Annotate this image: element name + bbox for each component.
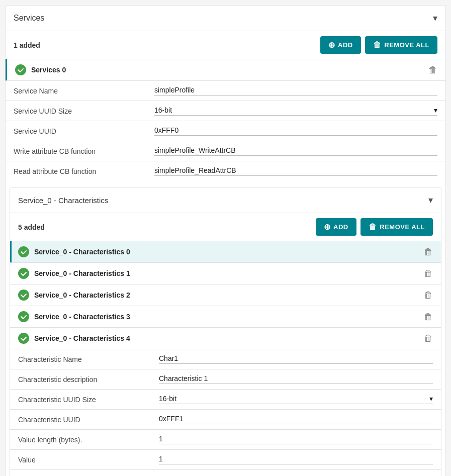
field-label-char-uuid-size: Characteristic UUID Size	[18, 396, 159, 404]
char-item-0-check-icon	[18, 246, 29, 257]
field-row-service-uuid-size: Service UUID Size 16-bit ▾	[6, 101, 445, 121]
characteristics-btn-group: ⊕ ADD 🗑 REMOVE ALL	[316, 218, 433, 236]
char-item-1-label: Service_0 - Characteristics 1	[34, 269, 424, 277]
field-value-char-desc[interactable]: Characteristic 1	[159, 374, 433, 384]
field-row-write-attr-cb: Write attribute CB function simpleProfil…	[6, 141, 445, 161]
field-label-char-uuid: Characteristic UUID	[18, 416, 159, 424]
char-item-3-delete-icon[interactable]: 🗑	[424, 312, 433, 322]
characteristics-added-count: 5 added	[18, 223, 45, 231]
trash-icon-services: 🗑	[373, 41, 382, 50]
field-label-value-length: Value length (bytes).	[18, 436, 159, 444]
field-label-char-desc: Characteristic description	[18, 375, 159, 384]
field-value-read-attr-cb[interactable]: simpleProfile_ReadAttrCB	[154, 166, 437, 176]
field-row-service-uuid: Service UUID 0xFFF0	[6, 121, 445, 141]
field-value-service-uuid-size[interactable]: 16-bit ▾	[154, 106, 437, 116]
characteristics-chevron-icon: ▾	[428, 195, 433, 206]
field-row-properties: Properties (shown in declaration) GATT_P…	[10, 469, 441, 476]
char-item-0[interactable]: Service_0 - Characteristics 0 🗑	[10, 241, 441, 262]
field-label-char-name: Characteristic Name	[18, 355, 159, 363]
service-uuid-size-dropdown-icon: ▾	[434, 106, 437, 114]
char-item-1-check-icon	[18, 268, 29, 279]
char-uuid-size-dropdown-icon: ▾	[429, 395, 433, 403]
char-item-4-label: Service_0 - Characteristics 4	[34, 334, 424, 342]
characteristics-subsection: Service_0 - Characteristics ▾ 5 added ⊕ …	[10, 187, 441, 476]
add-circle-icon: ⊕	[328, 40, 335, 50]
char-item-3-label: Service_0 - Characteristics 3	[34, 313, 424, 321]
field-value-char-name[interactable]: Char1	[159, 354, 433, 364]
char-item-2-label: Service_0 - Characteristics 2	[34, 291, 424, 299]
services-chevron-icon: ▾	[433, 13, 437, 24]
field-row-value: Value 1	[10, 449, 441, 469]
services-item-0-delete-icon[interactable]: 🗑	[428, 65, 437, 75]
char-item-4-check-icon	[18, 333, 29, 344]
field-value-service-uuid[interactable]: 0xFFF0	[154, 126, 437, 136]
char-item-2-delete-icon[interactable]: 🗑	[424, 290, 433, 301]
services-item-check-icon	[15, 64, 26, 75]
field-row-service-name: Service Name simpleProfile	[6, 80, 445, 101]
char-item-0-delete-icon[interactable]: 🗑	[424, 247, 433, 257]
characteristics-add-label: ADD	[333, 223, 348, 231]
field-label-service-uuid: Service UUID	[14, 127, 154, 135]
char-uuid-size-value: 16-bit	[159, 395, 176, 403]
services-section-header[interactable]: Services ▾	[6, 6, 445, 31]
field-row-char-uuid-size: Characteristic UUID Size 16-bit ▾	[10, 389, 441, 409]
field-label-value: Value	[18, 456, 159, 464]
services-remove-all-button[interactable]: 🗑 REMOVE ALL	[365, 36, 437, 54]
services-fields: Service Name simpleProfile Service UUID …	[6, 80, 445, 181]
char-item-3-check-icon	[18, 311, 29, 322]
field-value-value-length[interactable]: 1	[159, 435, 433, 444]
field-value-char-uuid[interactable]: 0xFFF1	[159, 415, 433, 424]
services-item-0[interactable]: Services 0 🗑	[6, 59, 445, 80]
field-row-value-length: Value length (bytes). 1	[10, 429, 441, 449]
service-uuid-size-value: 16-bit	[154, 106, 172, 114]
field-value-write-attr-cb[interactable]: simpleProfile_WriteAttrCB	[154, 146, 437, 156]
characteristics-title: Service_0 - Characteristics	[18, 196, 108, 205]
char-item-1-delete-icon[interactable]: 🗑	[424, 268, 433, 279]
field-row-read-attr-cb: Read attribute CB function simpleProfile…	[6, 161, 445, 181]
characteristics-section-header[interactable]: Service_0 - Characteristics ▾	[10, 187, 441, 213]
field-row-char-desc: Characteristic description Characteristi…	[10, 369, 441, 389]
field-label-write-attr-cb: Write attribute CB function	[14, 147, 154, 155]
characteristics-remove-label: REMOVE ALL	[380, 223, 425, 231]
add-circle-icon-char: ⊕	[324, 222, 331, 232]
char-item-4[interactable]: Service_0 - Characteristics 4 🗑	[10, 327, 441, 349]
services-remove-label: REMOVE ALL	[384, 41, 429, 49]
char-item-2[interactable]: Service_0 - Characteristics 2 🗑	[10, 284, 441, 306]
field-row-char-uuid: Characteristic UUID 0xFFF1	[10, 409, 441, 429]
services-item-0-label: Services 0	[31, 66, 428, 74]
field-label-read-attr-cb: Read attribute CB function	[14, 167, 154, 175]
field-label-service-uuid-size: Service UUID Size	[14, 107, 154, 115]
field-label-service-name: Service Name	[14, 87, 154, 95]
char-fields: Characteristic Name Char1 Characteristic…	[10, 349, 441, 476]
services-added-count: 1 added	[14, 41, 40, 49]
trash-icon-char: 🗑	[369, 223, 377, 232]
field-value-char-uuid-size[interactable]: 16-bit ▾	[159, 395, 433, 404]
field-value-service-name[interactable]: simpleProfile	[154, 86, 437, 96]
char-item-3[interactable]: Service_0 - Characteristics 3 🗑	[10, 306, 441, 327]
characteristics-remove-all-button[interactable]: 🗑 REMOVE ALL	[360, 218, 433, 236]
char-item-0-label: Service_0 - Characteristics 0	[34, 248, 424, 256]
char-item-1[interactable]: Service_0 - Characteristics 1 🗑	[10, 262, 441, 284]
field-row-char-name: Characteristic Name Char1	[10, 349, 441, 369]
characteristics-add-button[interactable]: ⊕ ADD	[316, 218, 356, 236]
char-item-4-delete-icon[interactable]: 🗑	[424, 333, 433, 344]
services-add-label: ADD	[338, 41, 353, 49]
services-btn-group: ⊕ ADD 🗑 REMOVE ALL	[320, 36, 437, 54]
char-item-2-check-icon	[18, 290, 29, 301]
field-value-value[interactable]: 1	[159, 455, 433, 464]
characteristics-toolbar: 5 added ⊕ ADD 🗑 REMOVE ALL	[10, 213, 441, 241]
services-title: Services	[14, 14, 44, 23]
services-toolbar: 1 added ⊕ ADD 🗑 REMOVE ALL	[6, 31, 445, 59]
services-add-button[interactable]: ⊕ ADD	[320, 36, 361, 54]
